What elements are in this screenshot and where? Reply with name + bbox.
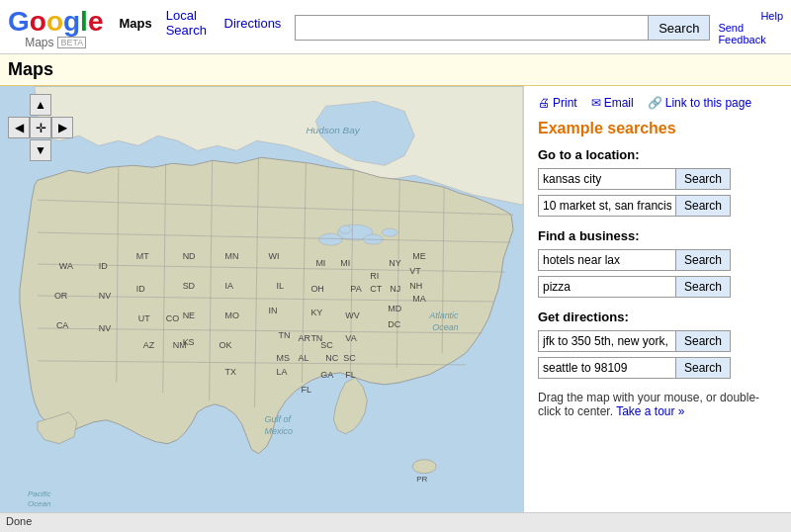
main-content: ▲ ◀ ✛ ▶ ▼ + − xyxy=(0,86,791,531)
svg-text:UT: UT xyxy=(138,313,150,323)
header-search-button[interactable]: Search xyxy=(649,15,710,41)
email-label: Email xyxy=(604,96,634,110)
svg-text:CT: CT xyxy=(370,284,382,294)
print-link[interactable]: 🖨 Print xyxy=(538,96,577,110)
page-title: Maps xyxy=(8,59,783,80)
pan-up-button[interactable]: ▲ xyxy=(30,94,51,116)
email-link[interactable]: ✉ Email xyxy=(591,96,634,110)
print-icon: 🖨 xyxy=(538,96,550,110)
logo-maps-text: Maps xyxy=(25,36,53,49)
pan-center-button[interactable]: ✛ xyxy=(30,117,51,138)
find-business-section: Find a business: Search Search xyxy=(538,228,777,298)
svg-text:WI: WI xyxy=(268,251,279,261)
svg-text:FL: FL xyxy=(345,370,355,380)
svg-text:MI: MI xyxy=(340,258,350,268)
tab-maps[interactable]: Maps xyxy=(119,16,151,31)
svg-text:GA: GA xyxy=(320,370,333,380)
svg-text:Mexico: Mexico xyxy=(264,426,292,436)
svg-text:AR: AR xyxy=(298,333,310,343)
svg-text:ND: ND xyxy=(183,251,196,261)
pan-right-button[interactable]: ▶ xyxy=(51,117,73,138)
search-input-jfk[interactable] xyxy=(538,330,676,352)
svg-text:SD: SD xyxy=(183,281,196,291)
svg-text:AZ: AZ xyxy=(143,340,155,350)
logo-o2: o xyxy=(46,6,63,37)
search-input-pizza[interactable] xyxy=(538,276,676,298)
search-row-jfk: Search xyxy=(538,330,777,352)
go-to-location-section: Go to a location: Search Search xyxy=(538,147,777,217)
feedback-link[interactable]: Send Feedback xyxy=(718,22,783,45)
search-input-hotels[interactable] xyxy=(538,249,676,271)
svg-text:MD: MD xyxy=(388,304,401,313)
get-directions-section: Get directions: Search Search xyxy=(538,310,777,379)
svg-text:OR: OR xyxy=(54,291,68,301)
search-button-market-st[interactable]: Search xyxy=(676,195,731,217)
logo-g2: g xyxy=(63,6,80,37)
svg-text:IA: IA xyxy=(225,281,233,291)
search-input[interactable] xyxy=(295,15,649,41)
svg-text:NY: NY xyxy=(389,258,400,268)
email-icon: ✉ xyxy=(591,96,601,110)
svg-text:MS: MS xyxy=(276,353,289,363)
status-text: Done xyxy=(6,515,32,527)
link-icon: 🔗 xyxy=(648,96,662,110)
take-a-tour-link[interactable]: Take a tour » xyxy=(616,404,684,418)
search-input-market-st[interactable] xyxy=(538,195,676,217)
drag-note: Drag the map with your mouse, or double-… xyxy=(538,391,777,418)
search-input-seattle[interactable] xyxy=(538,357,676,379)
map-svg: WA OR CA ID NV NV MT ID UT CO AZ NM ND S… xyxy=(0,86,523,531)
svg-text:Hudson Bay: Hudson Bay xyxy=(306,125,360,135)
svg-text:Ocean: Ocean xyxy=(28,499,51,508)
logo-g: G xyxy=(8,6,30,37)
svg-text:MA: MA xyxy=(412,294,425,304)
map-area[interactable]: ▲ ◀ ✛ ▶ ▼ + − xyxy=(0,86,524,531)
svg-text:OH: OH xyxy=(310,284,323,294)
tab-local-search[interactable]: Local Search xyxy=(166,8,211,38)
svg-text:TN: TN xyxy=(278,330,290,340)
logo-o1: o xyxy=(30,6,46,37)
svg-text:NJ: NJ xyxy=(390,284,400,294)
svg-text:SC: SC xyxy=(343,353,356,363)
svg-text:CA: CA xyxy=(56,320,68,330)
pan-down-button[interactable]: ▼ xyxy=(30,139,51,161)
svg-text:RI: RI xyxy=(370,271,379,281)
logo-l: l xyxy=(80,6,88,37)
right-panel: 🖨 Print ✉ Email 🔗 Link to this page Exam… xyxy=(524,86,791,531)
svg-text:ID: ID xyxy=(136,284,145,294)
search-row-hotels: Search xyxy=(538,249,777,271)
google-logo: Google xyxy=(8,6,103,38)
svg-text:IN: IN xyxy=(268,306,277,315)
search-button-seattle[interactable]: Search xyxy=(676,357,731,379)
maps-title-bar: Maps xyxy=(0,54,791,86)
tab-directions[interactable]: Directions xyxy=(224,16,282,31)
go-to-location-label: Go to a location: xyxy=(538,147,777,162)
svg-text:DC: DC xyxy=(388,319,400,329)
search-row-seattle: Search xyxy=(538,357,777,379)
svg-text:PR: PR xyxy=(416,475,427,484)
svg-point-80 xyxy=(412,460,436,474)
svg-text:MI: MI xyxy=(315,258,325,268)
get-directions-label: Get directions: xyxy=(538,310,777,324)
pan-row: ◀ ✛ ▶ xyxy=(8,117,73,138)
link-to-page-label: Link to this page xyxy=(665,96,751,110)
search-input-kansas-city[interactable] xyxy=(538,168,676,190)
svg-point-5 xyxy=(339,225,351,233)
print-label: Print xyxy=(553,96,577,110)
help-link[interactable]: Help xyxy=(760,10,783,22)
svg-text:VT: VT xyxy=(409,266,421,276)
pan-left-button[interactable]: ◀ xyxy=(8,117,30,138)
svg-text:MN: MN xyxy=(225,251,239,261)
svg-text:Gulf of: Gulf of xyxy=(264,414,292,424)
search-button-hotels[interactable]: Search xyxy=(676,249,731,271)
logo-e: e xyxy=(88,6,104,37)
search-button-pizza[interactable]: Search xyxy=(676,276,731,298)
svg-text:LA: LA xyxy=(276,367,287,377)
logo-maps-line: Maps BETA xyxy=(25,36,86,49)
map-navigation-controls: ▲ ◀ ✛ ▶ ▼ xyxy=(8,94,73,161)
svg-text:KS: KS xyxy=(183,337,195,347)
search-button-kansas-city[interactable]: Search xyxy=(676,168,731,190)
link-to-page-link[interactable]: 🔗 Link to this page xyxy=(648,96,751,110)
svg-text:CO: CO xyxy=(166,313,179,323)
logo-area: Google Maps BETA xyxy=(8,6,103,49)
search-button-jfk[interactable]: Search xyxy=(676,330,731,352)
